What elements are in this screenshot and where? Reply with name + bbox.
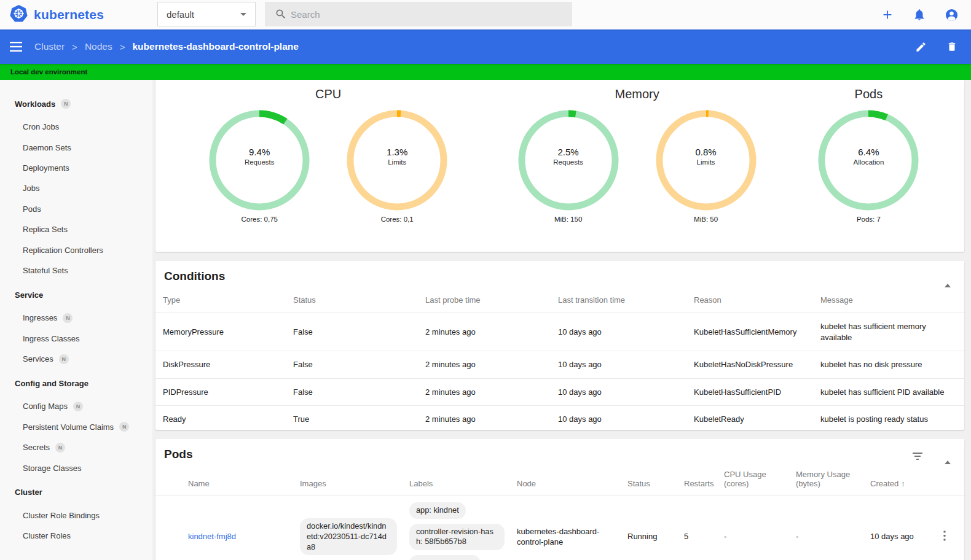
pods-table: Name Images Labels Node Status Restarts … [155, 461, 964, 560]
pod-status: Running [621, 496, 678, 560]
sidebar-item-deployments[interactable]: Deployments [0, 158, 152, 178]
kubernetes-helm-icon [9, 4, 28, 26]
col-status: Status [286, 283, 418, 313]
sidebar-item-cron-jobs[interactable]: Cron Jobs [0, 117, 152, 137]
cpu-allocation-group: CPU 9.4% Requests Cores: 0,75 [174, 80, 482, 252]
sidebar: Workloads N Cron Jobs Daemon Sets Deploy… [0, 80, 152, 560]
pods-group-title: Pods [855, 87, 883, 101]
sidebar-section-config-storage: Config and Storage [0, 374, 152, 392]
breadcrumb-nodes[interactable]: Nodes [85, 41, 112, 52]
conditions-title: Conditions [155, 270, 964, 283]
col-cpu-usage: CPU Usage (cores) [718, 461, 790, 496]
cpu-group-title: CPU [315, 87, 341, 101]
brand-wordmark: kubernetes [34, 7, 104, 22]
memory-limits-gauge: 0.8% Limits MiB: 50 [651, 109, 761, 223]
sidebar-item-daemon-sets[interactable]: Daemon Sets [0, 137, 152, 157]
col-type: Type [155, 283, 286, 313]
condition-row-ready: ReadyTrue 2 minutes ago10 days ago Kubel… [155, 406, 964, 433]
gauge-track [659, 114, 753, 207]
pod-memory-usage: - [790, 496, 864, 560]
col-created[interactable]: Created↑ [864, 461, 932, 496]
pods-allocation-gauge: 6.4% Allocation Pods: 7 [813, 109, 924, 223]
sidebar-section-service: Service [0, 286, 152, 304]
pod-labels: app: kindnet controller-revision-hash: 5… [409, 502, 505, 560]
sidebar-item-storage-classes[interactable]: Storage Classes [0, 457, 152, 478]
pod-image-chip: docker.io/kindest/kindnetd:v20230511-dc7… [300, 518, 397, 555]
sidebar-item-secrets[interactable]: Secrets N [0, 437, 152, 457]
node-actions [915, 41, 957, 53]
delete-button[interactable] [946, 41, 957, 53]
sidebar-item-pods[interactable]: Pods [0, 199, 152, 219]
memory-requests-gauge: 2.5% Requests MiB: 150 [513, 109, 624, 223]
namespaced-badge: N [55, 443, 65, 453]
col-status: Status [621, 461, 678, 496]
cpu-requests-gauge: 9.4% Requests Cores: 0,75 [204, 109, 315, 223]
col-memory-usage: Memory Usage (bytes) [790, 461, 864, 496]
sidebar-section-cluster: Cluster [0, 483, 152, 502]
sidebar-item-stateful-sets[interactable]: Stateful Sets [0, 260, 152, 281]
sidebar-item-services[interactable]: Services N [0, 349, 152, 369]
memory-allocation-group: Memory 2.5% Requests MiB: 150 [482, 80, 791, 252]
conditions-card: Conditions Type Status Last probe time L… [155, 261, 964, 430]
sidebar-item-ingress-classes[interactable]: Ingress Classes [0, 329, 152, 349]
sidebar-item-replication-controllers[interactable]: Replication Controllers [0, 239, 152, 260]
collapse-arrow-icon [945, 451, 951, 464]
pod-restarts: 5 [678, 496, 718, 560]
cpu-limits-gauge: 1.3% Limits Cores: 0,1 [342, 109, 452, 223]
sidebar-item-cluster-role-bindings[interactable]: Cluster Role Bindings [0, 505, 152, 526]
pod-row-menu-button[interactable] [938, 528, 951, 545]
namespace-selector[interactable]: default [157, 2, 256, 26]
search-bar[interactable] [265, 2, 572, 26]
environment-banner-text: Local dev environment [10, 68, 87, 76]
sidebar-item-ingresses[interactable]: Ingresses N [0, 308, 152, 328]
col-labels: Labels [403, 461, 511, 496]
sidebar-item-config-maps[interactable]: Config Maps N [0, 396, 152, 416]
col-last-probe-time: Last probe time [418, 283, 551, 313]
pods-card: Pods [155, 439, 964, 560]
sort-ascending-icon: ↑ [901, 479, 905, 488]
kubernetes-logo[interactable]: kubernetes [9, 4, 104, 26]
allocation-card: CPU 9.4% Requests Cores: 0,75 [155, 80, 964, 252]
sidebar-item-persistent-volume-claims[interactable]: Persistent Volume Claims N [0, 417, 152, 437]
pod-row-kindnet: kindnet-fmj8d docker.io/kindest/kindnetd… [155, 496, 964, 560]
environment-banner: Local dev environment [0, 64, 971, 80]
chevron-down-icon [240, 13, 246, 16]
sidebar-section-workloads: Workloads N [0, 95, 152, 113]
breadcrumb-separator-icon: > [120, 42, 125, 52]
create-resource-button[interactable] [881, 8, 894, 21]
breadcrumb-bar: Cluster > Nodes > kubernetes-dashboard-c… [0, 29, 971, 64]
notifications-button[interactable] [913, 8, 926, 21]
col-last-transition-time: Last transition time [551, 283, 686, 313]
edit-button[interactable] [915, 41, 927, 53]
account-button[interactable] [945, 8, 959, 22]
collapse-arrow-icon [945, 274, 951, 287]
pod-label-chip: controller-revision-hash: 58f5b657b8 [409, 524, 505, 550]
breadcrumb-cluster[interactable]: Cluster [34, 41, 65, 52]
search-input[interactable] [291, 9, 524, 20]
pod-label-chip: k8s-app: kindnet [409, 555, 481, 560]
sidebar-item-replica-sets[interactable]: Replica Sets [0, 219, 152, 239]
col-reason: Reason [686, 283, 813, 313]
filter-list-icon [913, 453, 922, 460]
sidebar-item-jobs[interactable]: Jobs [0, 178, 152, 198]
namespaced-badge: N [59, 354, 69, 364]
memory-group-title: Memory [615, 87, 659, 101]
namespaced-badge: N [61, 99, 71, 109]
condition-row-pid-pressure: PIDPressureFalse 2 minutes ago10 days ag… [155, 378, 964, 406]
menu-button[interactable] [10, 42, 22, 52]
collapse-conditions-button[interactable] [941, 271, 954, 287]
conditions-table: Type Status Last probe time Last transit… [155, 283, 964, 433]
main-content: CPU 9.4% Requests Cores: 0,75 [152, 80, 971, 560]
filter-button[interactable] [913, 453, 922, 460]
sidebar-item-cluster-roles[interactable]: Cluster Roles [0, 526, 152, 546]
namespaced-badge: N [63, 313, 73, 323]
col-status-icon [155, 461, 182, 496]
collapse-pods-button[interactable] [941, 448, 954, 464]
page-title: kubernetes-dashboard-control-plane [132, 41, 298, 52]
namespace-value: default [167, 9, 194, 20]
col-message: Message [813, 283, 964, 313]
pod-name-link[interactable]: kindnet-fmj8d [188, 532, 236, 541]
namespaced-badge: N [73, 402, 83, 411]
namespaced-badge: N [119, 422, 129, 432]
pod-cpu-usage: - [718, 496, 790, 560]
